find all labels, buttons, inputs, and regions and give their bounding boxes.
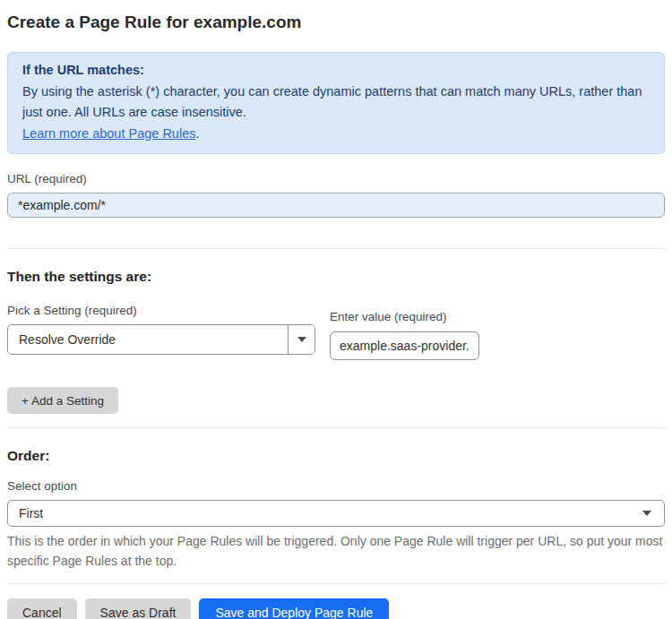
info-box-heading: If the URL matches: [22,60,650,82]
link-suffix: . [195,126,199,141]
settings-row: Pick a Setting (required) Resolve Overri… [7,304,665,360]
value-field-label: Enter value (required) [330,310,479,324]
url-input[interactable] [7,193,665,218]
setting-select-column: Pick a Setting (required) Resolve Overri… [7,304,315,355]
add-setting-button[interactable]: + Add a Setting [7,387,118,414]
order-select-label: Select option [7,479,665,494]
chevron-down-icon [297,337,306,342]
divider [7,583,665,584]
save-and-deploy-button[interactable]: Save and Deploy Page Rule [199,598,389,619]
setting-select-arrow-button[interactable] [288,325,314,354]
info-box-body: By using the asterisk (*) character, you… [22,82,650,124]
url-match-info-box: If the URL matches: By using the asteris… [7,52,665,154]
order-help-text: This is the order in which your Page Rul… [7,531,665,571]
setting-value-input[interactable] [330,331,479,360]
order-select[interactable]: First [7,500,665,527]
info-box-link-line: Learn more about Page Rules. [22,124,650,145]
page-rule-form: Create a Page Rule for example.com If th… [0,11,672,619]
chevron-down-icon [642,511,651,516]
footer-actions: Cancel Save as Draft Save and Deploy Pag… [7,598,665,619]
setting-select[interactable]: Resolve Override [7,324,315,355]
order-section-heading: Order: [7,448,665,464]
page-title: Create a Page Rule for example.com [7,11,665,34]
order-select-value: First [19,506,43,520]
settings-section-heading: Then the settings are: [7,269,665,285]
divider [7,248,665,249]
url-field-label: URL (required) [7,172,665,186]
cancel-button[interactable]: Cancel [7,598,77,619]
setting-select-label: Pick a Setting (required) [7,304,315,318]
save-as-draft-button[interactable]: Save as Draft [85,598,192,619]
learn-more-link[interactable]: Learn more about Page Rules [22,126,195,141]
setting-select-value: Resolve Override [8,325,288,354]
divider [7,427,665,428]
setting-value-column: Enter value (required) [330,310,479,360]
